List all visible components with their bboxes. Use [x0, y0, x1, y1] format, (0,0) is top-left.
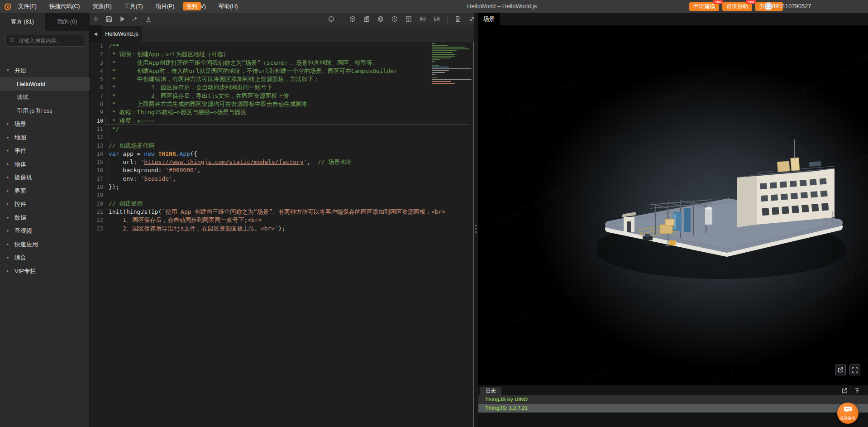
earth-icon[interactable]	[328, 15, 335, 23]
avatar[interactable]	[764, 2, 773, 10]
code-line[interactable]: 19	[90, 191, 474, 199]
chevron-right-icon[interactable]: ▸	[7, 117, 9, 130]
sidebar-item-开始[interactable]: ▾开始	[0, 64, 90, 77]
code-text: * 教程：ThingJS教程—>园区与层级—>场景与园区	[103, 108, 247, 116]
fullscreen-icon	[851, 366, 858, 374]
code-text	[103, 133, 109, 141]
save-icon[interactable]	[105, 15, 113, 23]
code-line[interactable]: 6 * 1、园区保存后，会自动同步到网页同一账号下	[90, 83, 474, 91]
open-external-button[interactable]	[835, 365, 846, 375]
share-icon[interactable]	[132, 15, 139, 23]
log-row[interactable]: ThingJS by UINO	[478, 395, 868, 404]
minimap[interactable]	[430, 43, 473, 93]
sidebar-item-音视频[interactable]: ▸音视频	[0, 224, 90, 237]
globe-icon[interactable]	[377, 15, 384, 23]
download-icon[interactable]	[145, 15, 152, 23]
layout-icon[interactable]	[405, 15, 412, 23]
code-line[interactable]: 12	[90, 133, 474, 141]
code-line[interactable]: 8 * 上面两种方式生成的园区资源均可在资源面板中双击自动生成脚本	[90, 100, 474, 108]
chevron-right-icon[interactable]: ▸	[7, 238, 9, 251]
sidebar-item-地图[interactable]: ▸地图	[0, 131, 90, 144]
run-icon[interactable]	[119, 15, 126, 23]
code-line[interactable]: 21initThingJsTip(`使用 App 创建的三维空间称之为“场景”。…	[90, 208, 474, 216]
menu-item[interactable]: 快捷代码(C)	[43, 0, 86, 13]
plus-icon[interactable]	[92, 15, 100, 23]
code-line[interactable]: 18});	[90, 183, 474, 191]
chevron-down-icon[interactable]: ▾	[7, 64, 9, 77]
sidebar-item-事件[interactable]: ▸事件	[0, 144, 90, 157]
chevron-right-icon[interactable]: ▸	[7, 224, 9, 237]
sidebar-item-界面[interactable]: ▸界面	[0, 184, 90, 197]
online-chat-button[interactable]: 在线咨询	[837, 403, 858, 424]
scene-viewport-3d[interactable]: ThingJS by UINOThingJS by UINOThingJS by…	[478, 25, 868, 385]
log-upload-button[interactable]	[854, 387, 861, 394]
sidebar-item-场景[interactable]: ▸场景	[0, 117, 90, 130]
code-line[interactable]: 17 env: 'Seaside',	[90, 175, 474, 183]
code-line[interactable]: 20// 创建提示	[90, 200, 474, 208]
panel-splitter[interactable]	[474, 13, 478, 427]
sidebar-item-数据[interactable]: ▸数据	[0, 211, 90, 224]
clock-icon[interactable]	[391, 15, 398, 23]
code-line[interactable]: 9 * 教程：ThingJS教程—>园区与层级—>场景与园区	[90, 108, 474, 116]
sidebar-item-引用 js 和 css[interactable]: 引用 js 和 css	[0, 104, 90, 117]
chevron-right-icon[interactable]: ▸	[7, 251, 9, 264]
sidebar-item-label: 控件	[14, 197, 26, 211]
code-line[interactable]: 10 * 难度：★☆☆☆☆	[90, 117, 474, 125]
menu-item[interactable]: 资源(R)	[86, 0, 118, 13]
line-number: 13	[90, 142, 103, 150]
tab-log[interactable]: 日志	[480, 387, 501, 395]
image-icon[interactable]	[419, 15, 426, 23]
code-line[interactable]: 5 * 中创建编辑，有两种方法可以将园区添加到线上资源面板，方法如下：	[90, 75, 474, 83]
menu-item[interactable]: 文件(F)	[12, 0, 43, 13]
sidebar-item-调试[interactable]: 调试	[0, 91, 90, 104]
building-icon[interactable]	[363, 15, 370, 23]
code-line[interactable]: 7 * 2、园区保存后，导出tjs文件，在园区资源面板上传	[90, 92, 474, 100]
collapse-left-icon[interactable]: ◀	[90, 25, 101, 42]
sidebar-item-控件[interactable]: ▸控件	[0, 197, 90, 211]
chevron-right-icon[interactable]: ▸	[7, 184, 9, 197]
menu-item[interactable]: 工具(T)	[118, 0, 149, 13]
code-line[interactable]: 14var app = new THING.App({	[90, 150, 474, 158]
chevron-right-icon[interactable]: ▸	[7, 264, 9, 278]
thingjs-ide: 文件(F)快捷代码(C)资源(R)工具(T)项目(P)视图(V)帮助(H) 签到…	[0, 0, 868, 427]
sidebar-item-快速应用[interactable]: ▸快速应用	[0, 238, 90, 251]
chevron-right-icon[interactable]: ▸	[7, 158, 9, 171]
log-export-button[interactable]	[841, 387, 848, 394]
chevron-right-icon[interactable]: ▸	[7, 171, 9, 184]
chevron-right-icon[interactable]: ▸	[7, 211, 9, 224]
cube-icon[interactable]	[349, 15, 356, 23]
watermark-text: ThingJS by UINO	[494, 182, 571, 229]
chevron-right-icon[interactable]: ▸	[7, 131, 9, 144]
chevron-right-icon[interactable]: ▸	[7, 144, 9, 157]
code-line[interactable]: 23 2、园区保存后导出tjs文件，在园区资源面板上传。<br>`);	[90, 225, 474, 233]
code-line[interactable]: 4 * 创建App时，传入的url就是园区的地址，不传url则创建一个空的场景。…	[90, 67, 474, 75]
log-row[interactable]: ThingJS: 1.2.7.21	[478, 404, 868, 413]
action-button[interactable]: 申请建模new	[689, 2, 719, 11]
sidebar-item-摄像机[interactable]: ▸摄像机	[0, 171, 90, 184]
toolbar-divider	[447, 16, 448, 23]
code-editor[interactable]: 1/**2 * 说明：创建App，url为园区地址（可选）3 * 使用App创建…	[90, 42, 474, 427]
sidebar-item-物体[interactable]: ▸物体	[0, 158, 90, 171]
code-line[interactable]: 2 * 说明：创建App，url为园区地址（可选）	[90, 50, 474, 58]
sidebar-item-HelloWorld[interactable]: HelloWorld	[0, 77, 90, 91]
code-line[interactable]: 11 */	[90, 125, 474, 133]
gallery-icon[interactable]	[433, 15, 440, 23]
action-button[interactable]: 请求协助new	[722, 2, 752, 11]
code-line[interactable]: 15 url: 'https://www.thingjs.com/static/…	[90, 158, 474, 166]
menu-item[interactable]: 帮助(H)	[212, 0, 244, 13]
tab-scene[interactable]: 场景	[478, 13, 500, 25]
code-line[interactable]: 22 1、园区保存后，会自动同步到网页同一账号下;<br>	[90, 216, 474, 224]
menu-item[interactable]: 项目(P)	[149, 0, 181, 13]
sidebar-item-VIP专栏[interactable]: ▸VIP专栏	[0, 264, 90, 278]
editor-tab-helloworld[interactable]: HelloWorld.js	[101, 25, 142, 42]
signin-button[interactable]: 签到	[183, 2, 201, 10]
chevron-right-icon[interactable]: ▸	[7, 197, 9, 211]
fullscreen-button[interactable]	[849, 365, 860, 375]
username[interactable]: 13110790527	[776, 0, 811, 13]
sidebar-item-综合[interactable]: ▸综合	[0, 251, 90, 264]
code-line[interactable]: 13// 加载场景代码	[90, 142, 474, 150]
doc-icon[interactable]	[454, 15, 462, 23]
code-line[interactable]: 16 background: '#000000',	[90, 166, 474, 174]
code-line[interactable]: 3 * 使用App创建打开的三维空间我们称之为“场景”（scene）。场景包含地…	[90, 59, 474, 67]
code-line[interactable]: 1/**	[90, 42, 474, 50]
